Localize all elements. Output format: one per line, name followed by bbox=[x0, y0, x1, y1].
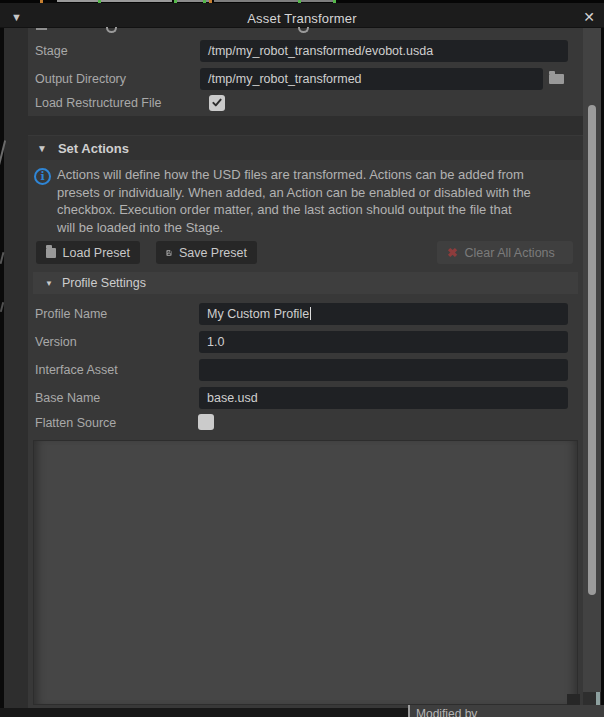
scrollbar-thumb[interactable] bbox=[588, 105, 596, 595]
chevron-down-icon: ▼ bbox=[37, 143, 47, 154]
close-icon[interactable]: ✕ bbox=[583, 10, 595, 24]
version-input[interactable]: 1.0 bbox=[199, 331, 568, 353]
clear-x-icon: ✖ bbox=[447, 245, 457, 260]
profile-name-label: Profile Name bbox=[35, 307, 107, 321]
check-icon bbox=[210, 96, 224, 109]
base-name-label: Base Name bbox=[35, 391, 100, 405]
profile-name-input[interactable]: My Custom Profile bbox=[199, 303, 568, 325]
version-label: Version bbox=[35, 335, 77, 349]
folder-icon bbox=[549, 74, 564, 84]
browse-folder-button[interactable] bbox=[546, 70, 566, 88]
profile-name-value: My Custom Profile bbox=[207, 307, 309, 321]
edge-artifact bbox=[214, 0, 334, 2]
stage-input[interactable]: /tmp/my_robot_transformed/evobot.usda bbox=[200, 40, 568, 62]
load-restructured-file-label: Load Restructured File bbox=[35, 96, 161, 110]
output-directory-input[interactable]: /tmp/my_robot_transformed bbox=[200, 68, 543, 90]
clear-all-actions-label: Clear All Actions bbox=[464, 246, 554, 260]
interface-asset-label: Interface Asset bbox=[35, 363, 118, 377]
set-actions-description: Actions will define how the USD files ar… bbox=[57, 166, 575, 236]
info-icon: i bbox=[34, 168, 51, 185]
tooltip: Modified by bbox=[408, 705, 604, 717]
title-bar[interactable]: ▼ Asset Transformer ✕ bbox=[0, 3, 604, 28]
profile-settings-title: Profile Settings bbox=[62, 276, 146, 290]
window-left-edge bbox=[0, 28, 4, 717]
set-actions-header[interactable]: ▼ Set Actions bbox=[28, 136, 583, 160]
load-preset-label: Load Preset bbox=[63, 246, 130, 260]
save-preset-label: Save Preset bbox=[179, 246, 247, 260]
load-restructured-file-checkbox[interactable] bbox=[209, 95, 225, 111]
edge-artifact bbox=[0, 252, 4, 264]
asset-transformer-window: ▼ Asset Transformer ✕ Stage /tmp/my_robo… bbox=[0, 0, 604, 717]
actions-list-panel[interactable] bbox=[33, 440, 578, 705]
output-directory-label: Output Directory bbox=[35, 72, 126, 86]
clear-all-actions-button: ✖ Clear All Actions bbox=[437, 241, 573, 264]
interface-asset-input[interactable] bbox=[199, 359, 568, 381]
stage-label: Stage bbox=[35, 44, 68, 58]
save-preset-button[interactable]: Save Preset bbox=[156, 241, 257, 264]
flatten-source-checkbox[interactable] bbox=[198, 414, 214, 430]
window-title: Asset Transformer bbox=[0, 11, 604, 26]
load-preset-button[interactable]: Load Preset bbox=[36, 241, 140, 264]
folder-icon bbox=[46, 248, 56, 258]
edge-artifact bbox=[0, 140, 6, 166]
base-name-input[interactable]: base.usd bbox=[199, 387, 568, 409]
text-cursor bbox=[310, 307, 311, 320]
set-actions-title: Set Actions bbox=[58, 141, 129, 156]
edge-artifact bbox=[0, 302, 4, 312]
profile-settings-header[interactable]: ▼ Profile Settings bbox=[33, 272, 578, 294]
save-icon bbox=[166, 246, 172, 260]
chevron-down-icon: ▼ bbox=[45, 279, 53, 288]
clipped-row-remnant bbox=[36, 28, 47, 30]
edge-artifact bbox=[57, 0, 172, 2]
flatten-source-label: Flatten Source bbox=[35, 416, 116, 430]
